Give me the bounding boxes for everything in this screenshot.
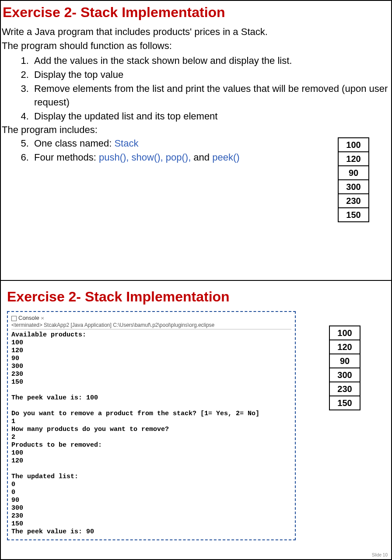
- text: One class named:: [34, 138, 114, 149]
- slide-number: Slide 10: [372, 553, 388, 557]
- stack-cell: 120: [338, 152, 369, 166]
- list-item: Display the top value: [32, 68, 391, 82]
- stack-table-1: 100 120 90 300 230 150: [338, 137, 369, 222]
- list-item: Four methods: push(), show(), pop(), and…: [32, 150, 391, 164]
- keyword-peek: peek(): [212, 152, 239, 163]
- console-panel: Console ✕ <terminated> StcakApp2 [Java A…: [7, 311, 296, 540]
- stack-cell: 90: [338, 166, 369, 180]
- slide1-list-includes: One class named: Stack Four methods: pus…: [1, 136, 391, 164]
- stack-cell: 100: [338, 138, 369, 152]
- stack-cell: 90: [329, 354, 360, 368]
- slide1-includes-label: The program includes:: [1, 124, 391, 136]
- stack-cell: 230: [329, 382, 360, 396]
- list-item: Add the values in the stack shown below …: [32, 54, 391, 68]
- stack-cell: 120: [329, 340, 360, 354]
- slide1-list-steps: Add the values in the stack shown below …: [1, 54, 391, 123]
- slide1-desc-line2: The program should function as follows:: [1, 39, 391, 53]
- list-item: Remove elements from the list and print …: [32, 82, 391, 110]
- console-tab-label: Console: [18, 315, 39, 321]
- console-tab: Console ✕: [11, 315, 291, 322]
- slide-2: Exercise 2- Stack Implementation Console…: [0, 280, 392, 560]
- keyword-methods: push(), show(), pop(),: [99, 152, 191, 163]
- stack-cell: 230: [338, 194, 369, 208]
- list-item: Display the updated list and its top ele…: [32, 109, 391, 123]
- list-item: One class named: Stack: [32, 136, 391, 150]
- keyword-stack: Stack: [114, 138, 138, 149]
- slide1-desc-line1: Write a Java program that includes produ…: [1, 25, 391, 39]
- stack-cell: 100: [329, 326, 360, 340]
- stack-cell: 150: [338, 208, 369, 222]
- slide-1: Exercise 2- Stack Implementation Write a…: [0, 0, 392, 280]
- console-terminated-line: <terminated> StcakApp2 [Java Application…: [11, 322, 291, 329]
- stack-cell: 300: [329, 368, 360, 382]
- stack-cell: 150: [329, 396, 360, 410]
- console-output: Available products: 100 120 90 300 230 1…: [11, 331, 291, 536]
- slide1-title: Exercise 2- Stack Implementation: [1, 4, 389, 21]
- text: and: [191, 152, 212, 163]
- slide2-title: Exercise 2- Stack Implementation: [7, 289, 389, 305]
- console-tab-x: ✕: [41, 316, 44, 321]
- console-icon: [11, 316, 17, 321]
- stack-cell: 300: [338, 180, 369, 194]
- stack-table-2: 100 120 90 300 230 150: [329, 326, 360, 410]
- text: Four methods:: [34, 152, 99, 163]
